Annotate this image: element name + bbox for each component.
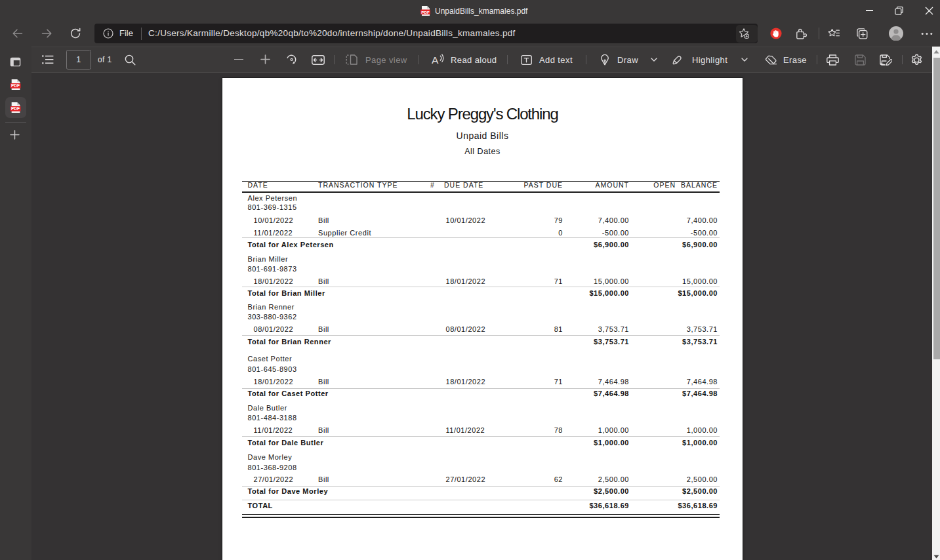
svg-text:A: A [432, 54, 439, 66]
svg-text:PDF: PDF [421, 10, 430, 14]
svg-text:PDF: PDF [11, 106, 20, 111]
svg-text:PDF: PDF [11, 83, 20, 88]
